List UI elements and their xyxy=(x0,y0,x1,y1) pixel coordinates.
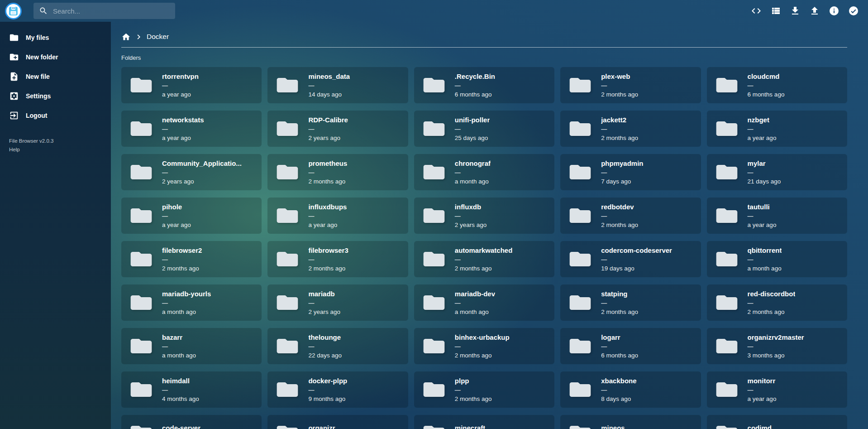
folder-meta: redbotdev — 2 months ago xyxy=(601,203,638,228)
search-box[interactable] xyxy=(33,3,175,19)
info-button[interactable] xyxy=(829,5,839,16)
folder-card[interactable]: organizr — xyxy=(267,415,408,429)
folder-card[interactable]: cloudcmd — 6 months ago xyxy=(707,67,847,103)
folder-name: qbittorrent xyxy=(748,246,782,254)
folder-icon xyxy=(568,248,593,270)
sidebar-item-my-files[interactable]: My files xyxy=(0,28,111,47)
sidebar-item-new-file[interactable]: New file xyxy=(0,67,111,86)
folder-modified: a month ago xyxy=(162,308,211,315)
folder-modified: 2 months ago xyxy=(455,352,510,359)
folder-card[interactable]: mineos — xyxy=(560,415,701,429)
folder-size: — xyxy=(308,387,347,393)
folder-modified: 2 months ago xyxy=(162,265,202,272)
folder-card[interactable]: mineos_data — 14 days ago xyxy=(267,67,408,103)
folder-card[interactable]: codimd — xyxy=(707,415,847,429)
folder-card[interactable]: filebrowser3 — 2 months ago xyxy=(267,241,408,277)
folder-card[interactable]: mariadb-dev — a month ago xyxy=(414,284,554,321)
folder-card[interactable]: logarr — 6 months ago xyxy=(560,328,701,364)
folder-card[interactable]: bazarr — a month ago xyxy=(121,328,262,364)
folder-card[interactable]: .Recycle.Bin — 6 months ago xyxy=(414,67,554,103)
folder-meta: code-server — xyxy=(162,424,200,429)
sidebar-item-label: New file xyxy=(26,73,50,80)
folder-name: statping xyxy=(601,290,638,298)
folder-card[interactable]: jackett2 — 2 months ago xyxy=(560,111,701,147)
folder-card[interactable]: nzbget — a year ago xyxy=(707,111,847,147)
folder-name: Community_Applicatio... xyxy=(162,159,242,167)
folder-icon xyxy=(275,422,300,429)
folder-card[interactable]: Community_Applicatio... — 2 years ago xyxy=(121,154,262,190)
folder-card[interactable]: influxdb — 2 years ago xyxy=(414,198,554,234)
folder-card[interactable]: prometheus — 2 months ago xyxy=(267,154,408,190)
folder-card[interactable]: influxdbups — a year ago xyxy=(267,198,408,234)
folder-card[interactable]: codercom-codeserver — 19 days ago xyxy=(560,241,701,277)
folder-modified: a year ago xyxy=(748,135,777,141)
folder-card[interactable]: thelounge — 22 days ago xyxy=(267,328,408,364)
folder-card[interactable]: organizrv2master — 3 months ago xyxy=(707,328,847,364)
folder-card[interactable]: phpmyadmin — 7 days ago xyxy=(560,154,701,190)
folder-card[interactable]: filebrowser2 — 2 months ago xyxy=(121,241,262,277)
folder-card[interactable]: RDP-Calibre — 2 years ago xyxy=(267,111,408,147)
upload-button[interactable] xyxy=(809,5,820,16)
folder-size: — xyxy=(162,256,202,262)
breadcrumb: Docker xyxy=(121,26,847,47)
folder-card[interactable]: statping — 2 months ago xyxy=(560,284,701,321)
section-label: Folders xyxy=(121,54,847,61)
folder-size: — xyxy=(308,256,348,262)
folder-card[interactable]: tautulli — a year ago xyxy=(707,198,847,234)
folder-card[interactable]: xbackbone — 8 days ago xyxy=(560,371,701,408)
app-version: File Browser v2.0.3 xyxy=(9,137,111,145)
check-circle-icon xyxy=(848,5,859,16)
folder-card[interactable]: red-discordbot — 2 months ago xyxy=(707,284,847,321)
folder-card[interactable]: monitorr — a year ago xyxy=(707,371,847,408)
folder-meta: RDP-Calibre — 2 years ago xyxy=(308,116,348,141)
folder-card[interactable]: minecraft — xyxy=(414,415,554,429)
switch-view-button[interactable] xyxy=(770,5,781,16)
folder-modified: 6 months ago xyxy=(455,91,495,98)
home-button[interactable] xyxy=(121,32,131,42)
folder-card[interactable]: plpp — 2 months ago xyxy=(414,371,554,408)
sidebar-item-logout[interactable]: Logout xyxy=(0,106,111,125)
folder-card[interactable]: mariadb-yourls — a month ago xyxy=(121,284,262,321)
folder-icon xyxy=(421,205,447,227)
folder-modified: a year ago xyxy=(748,222,777,228)
folder-card[interactable]: mariadb — 2 years ago xyxy=(267,284,408,321)
help-link[interactable]: Help xyxy=(9,145,20,154)
search-input[interactable] xyxy=(53,7,170,15)
upload-icon xyxy=(809,5,820,16)
folder-card[interactable]: code-server — xyxy=(121,415,262,429)
folder-card[interactable]: mylar — 21 days ago xyxy=(707,154,847,190)
folder-card[interactable]: unifi-poller — 25 days ago xyxy=(414,111,554,147)
folder-card[interactable]: automarkwatched — 2 months ago xyxy=(414,241,554,277)
download-button[interactable] xyxy=(790,5,801,16)
folder-card[interactable]: redbotdev — 2 months ago xyxy=(560,198,701,234)
folder-name: mariadb-dev xyxy=(455,290,495,298)
sidebar-item-new-folder[interactable]: New folder xyxy=(0,47,111,67)
breadcrumb-current[interactable]: Docker xyxy=(147,33,169,41)
folder-icon xyxy=(275,248,300,270)
folder-card[interactable]: qbittorrent — a month ago xyxy=(707,241,847,277)
folder-card[interactable]: pihole — a year ago xyxy=(121,198,262,234)
folder-card[interactable]: binhex-urbackup — 2 months ago xyxy=(414,328,554,364)
folder-name: tautulli xyxy=(748,203,777,211)
folder-card[interactable]: docker-plpp — 9 months ago xyxy=(267,371,408,408)
folder-card[interactable]: plex-web — 2 months ago xyxy=(560,67,701,103)
sidebar-item-settings[interactable]: Settings xyxy=(0,86,111,106)
folder-icon xyxy=(568,335,593,357)
app-logo[interactable] xyxy=(5,3,22,19)
folder-modified: 14 days ago xyxy=(308,91,350,98)
folder-card[interactable]: networkstats — a year ago xyxy=(121,111,262,147)
folder-name: redbotdev xyxy=(601,203,638,211)
folder-card[interactable]: chronograf — a month ago xyxy=(414,154,554,190)
folder-card[interactable]: rtorrentvpn — a year ago xyxy=(121,67,262,103)
folder-size: — xyxy=(162,126,204,132)
folder-meta: mariadb — 2 years ago xyxy=(308,290,340,315)
folder-name: heimdall xyxy=(162,377,199,385)
folder-name: minecraft xyxy=(455,424,486,429)
folder-icon xyxy=(129,205,154,227)
select-multiple-button[interactable] xyxy=(848,5,859,16)
folder-icon xyxy=(568,118,593,140)
folder-modified: 25 days ago xyxy=(455,135,490,141)
folder-card[interactable]: heimdall — 4 months ago xyxy=(121,371,262,408)
folder-size: — xyxy=(748,300,796,306)
raw-view-button[interactable] xyxy=(751,5,762,16)
